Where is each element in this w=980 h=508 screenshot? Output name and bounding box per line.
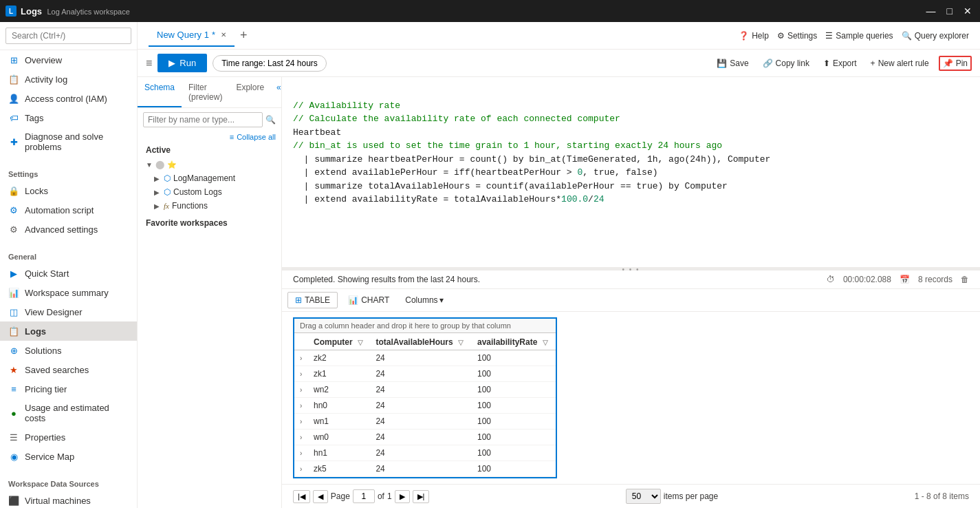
sidebar-item-advanced-settings[interactable]: ⚙ Advanced settings (0, 220, 137, 239)
new-alert-rule-button[interactable]: + New alert rule (867, 56, 933, 71)
cell-computer: wn1 (308, 414, 370, 430)
toolbar-settings-icon[interactable]: ≡ (146, 57, 152, 70)
tab-new-query[interactable]: New Query 1* ✕ (149, 24, 235, 47)
row-expand-icon[interactable]: › (300, 418, 302, 425)
sidebar-item-properties[interactable]: ☰ Properties (0, 427, 137, 447)
schema-item-log-management[interactable]: ▶ ⬡ LogManagement (140, 171, 279, 185)
schema-filter-input[interactable] (143, 112, 263, 127)
table-row[interactable]: › wn1 24 100 (294, 414, 556, 430)
rate-filter-icon[interactable]: ▽ (543, 339, 548, 346)
close-button[interactable]: ✕ (961, 6, 974, 17)
row-expand-icon[interactable]: › (300, 386, 302, 394)
page-prev-button[interactable]: ◀ (313, 490, 328, 503)
code-line-3: Heartbeat (293, 127, 341, 138)
sidebar-item-usage-costs[interactable]: ● Usage and estimated costs (0, 399, 137, 427)
page-first-button[interactable]: |◀ (293, 490, 310, 503)
sidebar-item-quickstart[interactable]: ▶ Quick Start (0, 264, 137, 283)
page-last-button[interactable]: ▶| (413, 490, 430, 503)
table-row[interactable]: › hn0 24 100 (294, 398, 556, 414)
schema-tabs: Schema Filter (preview) Explore « (138, 77, 281, 108)
results-tab-chart[interactable]: 📊 CHART (340, 292, 397, 308)
computer-filter-icon[interactable]: ▽ (358, 339, 363, 346)
access-control-icon: 👤 (8, 93, 19, 104)
settings-icon: ⚙ (777, 31, 785, 41)
virtual-machines-icon: ⬛ (8, 495, 19, 506)
code-editor[interactable]: // Availability rate // Calculate the av… (282, 77, 980, 268)
cell-rate: 100 (472, 382, 556, 398)
run-button[interactable]: ▶ Run (157, 54, 207, 72)
row-expand-icon[interactable]: › (300, 465, 302, 473)
export-button[interactable]: ⬆ Export (819, 56, 861, 71)
active-db-icon: ⬤ (155, 160, 164, 169)
minimize-button[interactable]: — (924, 6, 939, 17)
sidebar-item-service-map[interactable]: ◉ Service Map (0, 447, 137, 466)
sidebar-item-overview[interactable]: ⊞ Overview (0, 50, 137, 70)
delete-icon[interactable]: 🗑 (961, 275, 969, 284)
table-row[interactable]: › zk2 24 100 (294, 350, 556, 366)
sidebar-item-activity-log[interactable]: 📋 Activity log (0, 70, 137, 89)
row-expand-icon[interactable]: › (300, 449, 302, 457)
row-expand-icon[interactable]: › (300, 354, 302, 362)
table-row[interactable]: › zk5 24 100 (294, 461, 556, 477)
schema-item-custom-logs[interactable]: ▶ ⬡ Custom Logs (140, 185, 279, 199)
table-row[interactable]: › hn1 24 100 (294, 445, 556, 461)
query-explorer-button[interactable]: 🔍 Query explorer (902, 31, 969, 41)
time-range-button[interactable]: Time range: Last 24 hours (213, 55, 327, 72)
table-row[interactable]: › wn0 24 100 (294, 430, 556, 445)
sidebar-item-workspace-summary[interactable]: 📊 Workspace summary (0, 283, 137, 302)
code-line-6: | extend availablePerHour = iff(heartbea… (293, 167, 658, 178)
table-row[interactable]: › wn2 24 100 (294, 382, 556, 398)
cell-rate: 100 (472, 350, 556, 366)
maximize-button[interactable]: □ (944, 6, 955, 17)
calendar-icon: 📅 (900, 275, 910, 284)
col-header-computer[interactable]: Computer ▽ (308, 335, 370, 350)
results-tab-table[interactable]: ⊞ TABLE (287, 292, 338, 308)
total-hours-filter-icon[interactable]: ▽ (458, 339, 464, 346)
tags-icon: 🏷 (8, 112, 19, 123)
sidebar-item-saved-searches[interactable]: ★ Saved searches (0, 360, 137, 379)
row-expand-icon[interactable]: › (300, 370, 302, 378)
sidebar-item-logs[interactable]: 📋 Logs (0, 321, 137, 341)
col-header-total-hours[interactable]: totalAvailableHours ▽ (370, 335, 472, 350)
schema-item-functions[interactable]: ▶ fx Functions (140, 199, 279, 213)
schema-item-active-root[interactable]: ▼ ⬤ ⭐ (140, 158, 279, 171)
schema-filter-icon: 🔍 (265, 115, 276, 125)
settings-button[interactable]: ⚙ Settings (777, 31, 817, 41)
row-expand-icon[interactable]: › (300, 402, 302, 410)
cell-rate: 100 (472, 398, 556, 414)
sidebar-item-virtual-machines[interactable]: ⬛ Virtual machines (0, 491, 137, 508)
col-header-rate[interactable]: availabilityRate ▽ (472, 335, 556, 350)
sidebar-item-view-designer[interactable]: ◫ View Designer (0, 302, 137, 321)
sidebar-item-locks[interactable]: 🔒 Locks (0, 181, 137, 200)
tab-close-button[interactable]: ✕ (221, 31, 226, 39)
quickstart-icon: ▶ (8, 268, 19, 279)
page-next-button[interactable]: ▶ (395, 490, 410, 503)
schema-tab-explore[interactable]: Explore (229, 77, 271, 107)
sidebar-item-solutions[interactable]: ⊕ Solutions (0, 341, 137, 360)
page-number-input[interactable] (353, 489, 375, 503)
help-button[interactable]: ❓ Help (739, 31, 769, 41)
sidebar-item-automation[interactable]: ⚙ Automation script (0, 200, 137, 220)
save-button[interactable]: 💾 Save (712, 56, 752, 71)
window-controls: — □ ✕ (924, 6, 974, 17)
schema-tab-filter[interactable]: Filter (preview) (182, 77, 229, 107)
collapse-all-button[interactable]: Collapse all (237, 133, 276, 141)
records-value: 8 records (918, 275, 952, 284)
sidebar-item-tags[interactable]: 🏷 Tags (0, 108, 137, 127)
table-row[interactable]: › zk1 24 100 (294, 366, 556, 382)
diagnose-icon: ✚ (8, 136, 19, 147)
sidebar-search-container (0, 22, 137, 50)
sidebar-item-pricing-tier[interactable]: ≡ Pricing tier (0, 379, 137, 399)
items-per-page-select[interactable]: 50 25 100 (626, 489, 661, 504)
sample-queries-button[interactable]: ☰ Sample queries (825, 31, 893, 41)
sidebar-item-diagnose[interactable]: ✚ Diagnose and solve problems (0, 127, 137, 156)
tab-add-button[interactable]: + (237, 28, 250, 43)
sidebar-item-access-control[interactable]: 👤 Access control (IAM) (0, 89, 137, 108)
activity-log-icon: 📋 (8, 74, 19, 85)
copy-link-button[interactable]: 🔗 Copy link (759, 56, 814, 71)
search-input[interactable] (6, 28, 131, 44)
columns-dropdown[interactable]: Columns ▾ (400, 293, 448, 308)
pin-button[interactable]: 📌 Pin (939, 56, 972, 71)
row-expand-icon[interactable]: › (300, 434, 302, 441)
schema-tab-schema[interactable]: Schema (138, 77, 182, 107)
